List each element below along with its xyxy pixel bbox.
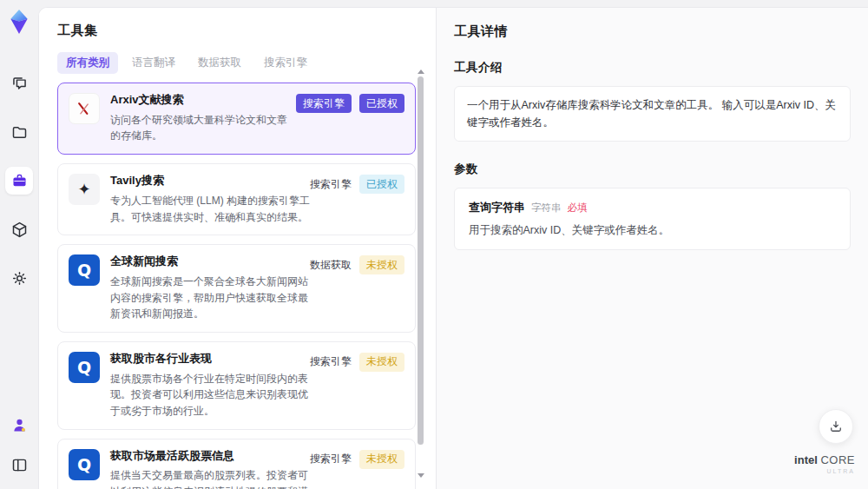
tool-description: 访问各个研究领域大量科学论文和文章的存储库。 bbox=[110, 112, 296, 144]
scroll-down-arrow-icon[interactable] bbox=[418, 473, 424, 478]
app-logo-icon bbox=[8, 9, 30, 35]
tool-name: 获取股市各行业表现 bbox=[110, 352, 310, 367]
tool-description: 提供股票市场各个行业在特定时间段内的表现。投资者可以利用这些信息来识别表现优于或… bbox=[110, 371, 310, 420]
param-description: 用于搜索的Arxiv ID、关键字或作者姓名。 bbox=[469, 223, 836, 238]
tool-card-4[interactable]: Q 获取市场最活跃股票信息 提供当天交易量最高的股票列表。投资者可以利用这些信息… bbox=[57, 439, 416, 489]
news-blue-icon: Q bbox=[69, 352, 100, 383]
tool-category-badge: 搜索引擎 bbox=[310, 175, 352, 194]
tool-auth-badge: 未授权 bbox=[359, 255, 404, 274]
tab-3[interactable]: 搜索引擎 bbox=[255, 52, 316, 74]
tab-0[interactable]: 所有类别 bbox=[57, 52, 118, 74]
collapse-sidebar-button[interactable] bbox=[5, 451, 33, 479]
rail-nav bbox=[5, 69, 33, 292]
tool-detail-panel: 工具详情 工具介绍 一个用于从Arxiv存储库搜索科学论文和文章的工具。 输入可… bbox=[437, 8, 868, 489]
tool-name: Arxiv文献搜索 bbox=[110, 93, 296, 108]
sidebar-item-files[interactable] bbox=[5, 118, 33, 146]
list-scrollbar[interactable] bbox=[418, 69, 424, 485]
intro-card: 一个用于从Arxiv存储库搜索科学论文和文章的工具。 输入可以是Arxiv ID… bbox=[454, 86, 851, 142]
tool-auth-badge: 已授权 bbox=[359, 94, 404, 113]
download-button[interactable] bbox=[819, 409, 853, 444]
brand-intel: intel bbox=[794, 453, 818, 466]
tool-badges: 搜索引擎 已授权 bbox=[310, 174, 404, 194]
tool-list: Arxiv文献搜索 访问各个研究领域大量科学论文和文章的存储库。 搜索引擎 已授… bbox=[57, 83, 416, 489]
gear-icon bbox=[10, 269, 29, 287]
scroll-up-arrow-icon[interactable] bbox=[418, 69, 424, 74]
tool-card-0[interactable]: Arxiv文献搜索 访问各个研究领域大量科学论文和文章的存储库。 搜索引擎 已授… bbox=[57, 83, 416, 155]
tab-1[interactable]: 语言翻译 bbox=[123, 52, 184, 74]
param-required-flag: 必填 bbox=[568, 202, 588, 215]
arxiv-logo-icon bbox=[76, 100, 93, 117]
sidebar-item-settings[interactable] bbox=[5, 264, 33, 292]
tool-card-2[interactable]: Q 全球新闻搜索 全球新闻搜索是一个聚合全球各大新闻网站内容的搜索引擎，帮助用户… bbox=[57, 244, 416, 333]
tool-category-badge: 搜索引擎 bbox=[310, 450, 352, 469]
tool-auth-badge: 未授权 bbox=[359, 450, 404, 469]
tool-description: 全球新闻搜索是一个聚合全球各大新闻网站内容的搜索引擎，帮助用户快速获取全球最新资… bbox=[110, 274, 310, 322]
cube-icon bbox=[10, 221, 29, 239]
news-blue-icon: Q bbox=[69, 449, 100, 480]
left-rail bbox=[0, 0, 38, 489]
intel-core-logo: intel CORE ULTRA bbox=[794, 454, 855, 475]
sidebar-item-chat[interactable] bbox=[5, 69, 33, 97]
news-q-icon: Q bbox=[77, 455, 91, 474]
tool-description: 专为人工智能代理 (LLM) 构建的搜索引擎工具。可快速提供实时、准确和真实的结… bbox=[110, 193, 310, 225]
tavily-icon: ✦ bbox=[69, 174, 100, 205]
user-icon bbox=[10, 416, 29, 434]
briefcase-icon bbox=[10, 172, 29, 190]
tool-category-badge: 数据获取 bbox=[310, 255, 352, 274]
tool-name: Tavily搜索 bbox=[110, 174, 310, 188]
panel-collapse-icon bbox=[10, 456, 29, 474]
tab-2[interactable]: 数据获取 bbox=[189, 52, 250, 74]
tool-category-badge: 搜索引擎 bbox=[296, 94, 352, 113]
param-name: 查询字符串 bbox=[469, 200, 525, 215]
tool-badges: 搜索引擎 已授权 bbox=[296, 93, 404, 113]
tool-badges: 搜索引擎 未授权 bbox=[310, 449, 404, 469]
tool-badges: 搜索引擎 未授权 bbox=[310, 352, 404, 372]
tool-badges: 数据获取 未授权 bbox=[310, 254, 404, 274]
arxiv-icon bbox=[69, 93, 100, 124]
folder-icon bbox=[10, 123, 29, 142]
tool-auth-badge: 已授权 bbox=[359, 175, 404, 194]
brand-ultra: ULTRA bbox=[794, 468, 855, 475]
tools-panel: 工具集 所有类别语言翻译数据获取搜索引擎 Arxiv文献搜索 访问各个研究领域大… bbox=[39, 8, 437, 489]
user-avatar-button[interactable] bbox=[5, 411, 33, 439]
tool-card-1[interactable]: ✦ Tavily搜索 专为人工智能代理 (LLM) 构建的搜索引擎工具。可快速提… bbox=[57, 163, 416, 235]
param-card: 查询字符串 字符串 必填 用于搜索的Arxiv ID、关键字或作者姓名。 bbox=[454, 188, 851, 250]
news-q-icon: Q bbox=[77, 358, 91, 377]
page-title: 工具集 bbox=[57, 23, 436, 39]
brand-core: CORE bbox=[820, 453, 855, 466]
tool-card-3[interactable]: Q 获取股市各行业表现 提供股票市场各个行业在特定时间段内的表现。投资者可以利用… bbox=[57, 341, 416, 430]
tool-name: 全球新闻搜索 bbox=[110, 254, 310, 269]
tool-description: 提供当天交易量最高的股票列表。投资者可以利用这些信息来识别流动性强的股票和潜在的… bbox=[110, 467, 310, 489]
sidebar-item-models[interactable] bbox=[5, 215, 33, 243]
category-tabs: 所有类别语言翻译数据获取搜索引擎 bbox=[57, 52, 436, 74]
detail-title: 工具详情 bbox=[454, 23, 851, 40]
param-type: 字符串 bbox=[531, 202, 562, 215]
scrollbar-thumb[interactable] bbox=[418, 76, 424, 445]
params-section-header: 参数 bbox=[454, 162, 851, 177]
tool-name: 获取市场最活跃股票信息 bbox=[110, 449, 310, 464]
sidebar-item-toolbox[interactable] bbox=[5, 167, 33, 195]
news-blue-icon: Q bbox=[69, 254, 100, 286]
intro-section-header: 工具介绍 bbox=[454, 60, 851, 76]
tavily-star-icon: ✦ bbox=[77, 180, 90, 199]
rail-bottom bbox=[5, 411, 33, 479]
download-icon bbox=[828, 419, 844, 434]
param-header: 查询字符串 字符串 必填 bbox=[469, 200, 836, 215]
tool-category-badge: 搜索引擎 bbox=[310, 353, 352, 372]
content-shell: 工具集 所有类别语言翻译数据获取搜索引擎 Arxiv文献搜索 访问各个研究领域大… bbox=[38, 7, 868, 489]
app-window: 工具集 所有类别语言翻译数据获取搜索引擎 Arxiv文献搜索 访问各个研究领域大… bbox=[0, 0, 868, 489]
tool-auth-badge: 未授权 bbox=[359, 353, 404, 372]
chat-icon bbox=[10, 75, 29, 93]
news-q-icon: Q bbox=[77, 261, 91, 280]
